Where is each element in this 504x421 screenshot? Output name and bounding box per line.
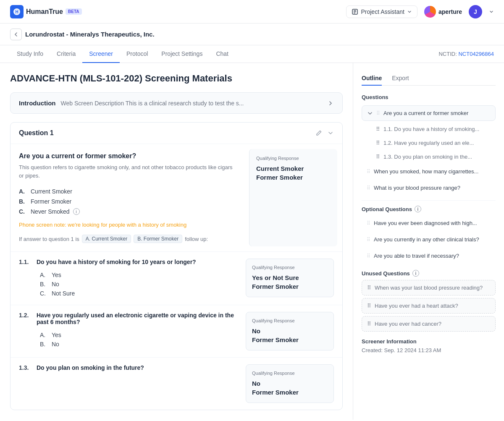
tab-study-info[interactable]: Study Info xyxy=(10,45,50,63)
question-1-desc: This question refers to cigarette smokin… xyxy=(19,163,236,180)
outline-sub-item-1-1[interactable]: ⠿ 1.1. Do you have a history of smoking.… xyxy=(372,123,496,136)
unused-info-icon[interactable]: i xyxy=(412,270,419,277)
drag-handle[interactable]: ⠿ xyxy=(376,110,380,116)
header-right: Project Assistant aperture J xyxy=(346,5,494,18)
assistant-icon xyxy=(352,8,358,15)
followup-badge-a[interactable]: A. Current Smoker xyxy=(82,235,131,243)
sub-1-2-body: Have you regularly used an electronic ci… xyxy=(37,312,241,350)
followup-badge-b[interactable]: B. Former Smoker xyxy=(134,235,182,243)
drag-handle-opt-3[interactable]: ⠿ xyxy=(367,253,370,259)
unused-title-text: Unused Questions xyxy=(362,270,410,277)
sub-1-1-letter-b: B. xyxy=(40,281,48,288)
content-area: ADVANCE-HTN (MLS-101-202) Screening Mate… xyxy=(0,63,353,420)
sub-1-1-body: Do you have a history of smoking for 10 … xyxy=(37,259,241,298)
answer-text-a: Current Smoker xyxy=(31,188,72,195)
drag-handle-unused-1[interactable]: ⠿ xyxy=(367,285,371,291)
chevron-down-icon xyxy=(407,9,412,14)
chevron-down-icon xyxy=(367,110,373,116)
drag-handle-1-1[interactable]: ⠿ xyxy=(376,126,380,132)
q1-qualifying-label: Qualifying Response xyxy=(256,156,331,161)
unused-item-3-text: Have you ever had cancer? xyxy=(375,321,441,327)
introduction-card[interactable]: Introduction Web Screen Description This… xyxy=(10,92,343,114)
answer-text-b: Former Smoker xyxy=(31,198,71,205)
questions-section-title: Questions xyxy=(362,94,496,100)
unused-item-1[interactable]: ⠿ When was your last blood pressure read… xyxy=(362,280,496,295)
unused-title: Unused Questions i xyxy=(362,270,496,277)
outline-item-q1[interactable]: ⠿ Are you a current or former smoker xyxy=(362,105,496,121)
outline-sub-item-1-2[interactable]: ⠿ 1.2. Have you regularly used an ele... xyxy=(372,136,496,149)
tab-project-settings[interactable]: Project Settings xyxy=(155,45,209,63)
tab-chat[interactable]: Chat xyxy=(209,45,235,63)
outline-sub-1-3-text: 1.3. Do you plan on smoking in the... xyxy=(383,154,472,160)
back-button[interactable] xyxy=(10,29,22,40)
outline-sub-item-1-3[interactable]: ⠿ 1.3. Do you plan on smoking in the... xyxy=(372,150,496,163)
sidebar-tab-outline[interactable]: Outline xyxy=(362,71,382,86)
outline-item-q2[interactable]: ⠿ When you smoked, how many cigarrettes.… xyxy=(362,164,496,179)
optional-info-icon[interactable]: i xyxy=(415,206,421,212)
drag-handle-opt-1[interactable]: ⠿ xyxy=(367,220,370,226)
sub-1-1-qualifying-val-1: Yes or Not Sure xyxy=(252,273,328,282)
breadcrumb: Lorundrostat - Mineralys Therapeutics, I… xyxy=(0,24,504,45)
question-1-actions xyxy=(315,130,334,136)
sub-1-2-text: Have you regularly used an electronic ci… xyxy=(37,312,241,325)
project-title: Lorundrostat - Mineralys Therapeutics, I… xyxy=(25,31,155,38)
outline-sub-1-2-text: 1.2. Have you regularly used an ele... xyxy=(383,140,474,146)
drag-handle-unused-2[interactable]: ⠿ xyxy=(367,303,371,309)
tab-criteria[interactable]: Criteria xyxy=(50,45,82,63)
answer-text-c: Never Smoked xyxy=(31,208,70,215)
sub-1-3-qualifying-val-2: Former Smoker xyxy=(252,388,328,397)
screener-info-created: Created: Sep. 12 2024 11:23 AM xyxy=(362,347,496,353)
main-layout: ADVANCE-HTN (MLS-101-202) Screening Mate… xyxy=(0,63,504,420)
nctid-container: NCTID: NCT04296864 xyxy=(438,51,494,57)
sub-1-2-qualifying-label: Qualifying Response xyxy=(252,318,328,323)
tab-screener[interactable]: Screener xyxy=(82,45,120,63)
user-avatar[interactable]: J xyxy=(469,5,482,18)
sub-1-2-option-b: B. No xyxy=(40,340,241,349)
sub-1-1-option-a: A. Yes xyxy=(40,270,241,280)
sub-1-1-text-b: No xyxy=(52,281,59,288)
intro-desc: Web Screen Description This is a clinica… xyxy=(60,100,244,107)
outline-sub-items-q1: ⠿ 1.1. Do you have a history of smoking.… xyxy=(362,123,496,163)
drag-handle-opt-2[interactable]: ⠿ xyxy=(367,237,370,243)
sidebar-divider-1 xyxy=(362,200,496,201)
answer-option-a: A. Current Smoker xyxy=(19,186,236,196)
unused-item-3[interactable]: ⠿ Have you ever had cancer? xyxy=(362,316,496,332)
drag-handle-1-3[interactable]: ⠿ xyxy=(376,154,380,160)
optional-item-1[interactable]: ⠿ Have you ever been diagnosed with high… xyxy=(362,216,496,230)
sidebar: Outline Export Questions ⠿ Are you a cur… xyxy=(353,63,504,420)
drag-handle-1-2[interactable]: ⠿ xyxy=(376,140,380,146)
sub-1-2-qualifying-val-2: Former Smoker xyxy=(252,335,328,344)
sub-question-1-1: 1.1. Do you have a history of smoking fo… xyxy=(10,251,342,305)
sub-question-1-3: 1.3. Do you plan on smoking in the futur… xyxy=(10,357,342,410)
drag-handle-q2[interactable]: ⠿ xyxy=(367,169,370,175)
outline-q2-text: When you smoked, how many cigarrettes... xyxy=(374,168,478,175)
logo: H HumanTrue BETA xyxy=(10,5,82,18)
svg-text:H: H xyxy=(15,10,18,14)
sub-1-1-option-c: C. Not Sure xyxy=(40,289,241,298)
tab-protocol[interactable]: Protocol xyxy=(120,45,155,63)
edit-icon[interactable] xyxy=(315,130,322,136)
sub-1-1-text: Do you have a history of smoking for 10 … xyxy=(37,259,241,265)
page-title: ADVANCE-HTN (MLS-101-202) Screening Mate… xyxy=(10,73,343,84)
optional-item-2[interactable]: ⠿ Are you currently in any other clinica… xyxy=(362,232,496,247)
intro-label: Introduction xyxy=(19,99,55,107)
question-1-number: Question 1 xyxy=(19,129,54,137)
screener-info: Screener Information Created: Sep. 12 20… xyxy=(362,338,496,353)
sub-1-1-text-a: Yes xyxy=(52,272,61,278)
sub-1-2-letter-a: A. xyxy=(40,332,48,338)
never-smoked-info-icon[interactable]: i xyxy=(73,208,80,215)
project-assistant-button[interactable]: Project Assistant xyxy=(346,5,417,18)
question-1-body: Are you a current or former smoker? This… xyxy=(10,144,342,251)
optional-item-3[interactable]: ⠿ Are you able to travel if necessary? xyxy=(362,248,496,263)
unused-item-2[interactable]: ⠿ Have you ever had a heart attack? xyxy=(362,298,496,314)
sub-question-1-3-header: 1.3. Do you plan on smoking in the futur… xyxy=(19,364,334,403)
sub-1-2-option-a: A. Yes xyxy=(40,330,241,340)
sub-1-3-qualifying-val-1: No xyxy=(252,379,328,388)
outline-item-q3[interactable]: ⠿ What is your blood pressure range? xyxy=(362,180,496,195)
nctid-link[interactable]: NCT04296864 xyxy=(458,51,494,57)
sidebar-tab-export[interactable]: Export xyxy=(392,71,409,86)
drag-handle-q3[interactable]: ⠿ xyxy=(367,185,370,191)
unused-item-1-text: When was your last blood pressure readin… xyxy=(375,285,483,291)
collapse-icon[interactable] xyxy=(327,130,334,136)
drag-handle-unused-3[interactable]: ⠿ xyxy=(367,321,371,327)
